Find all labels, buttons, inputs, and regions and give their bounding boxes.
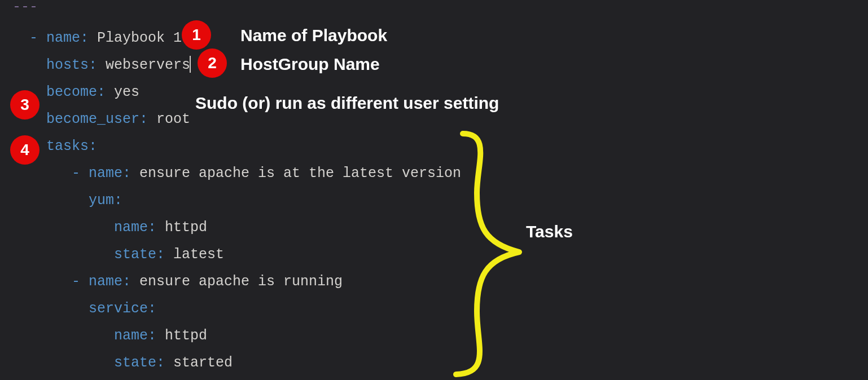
yaml-key-yum: yum: — [89, 193, 122, 207]
yaml-key-hosts: hosts: — [46, 58, 97, 72]
yaml-key-become: become: — [46, 85, 106, 99]
yaml-val-task2-svc: httpd — [156, 329, 207, 343]
diagram-stage: --- - name: Playbook 1 hosts: webservers… — [0, 0, 868, 380]
yaml-dash: - — [72, 275, 80, 289]
annotation-badge-1: 1 — [182, 20, 211, 50]
text-cursor — [190, 56, 191, 73]
yaml-val-playbook-name: Playbook 1 — [89, 31, 182, 45]
yaml-key-tasks: tasks: — [46, 139, 97, 153]
annotation-label-3: Sudo (or) run as different user setting — [195, 95, 499, 112]
yaml-key-state: state: — [114, 356, 165, 370]
yaml-key-service: service: — [89, 302, 156, 316]
yaml-val-hosts: webservers — [97, 58, 190, 72]
yaml-val-become: yes — [106, 85, 139, 99]
yaml-val-task2-name: ensure apache is running — [131, 275, 343, 289]
annotation-badge-3: 3 — [10, 90, 40, 120]
yaml-key-name: name: — [114, 329, 156, 343]
annotation-label-1: Name of Playbook — [240, 27, 387, 44]
yaml-val-task1-pkg: httpd — [156, 220, 207, 235]
yaml-key-state: state: — [114, 248, 165, 262]
annotation-label-4: Tasks — [526, 223, 573, 240]
yaml-doc-start: --- — [12, 0, 38, 14]
annotation-badge-2: 2 — [198, 48, 227, 78]
yaml-key-name: name: — [46, 31, 89, 45]
yaml-key-name: name: — [89, 275, 131, 289]
yaml-dash: - — [72, 166, 80, 180]
yaml-val-task1-name: ensure apache is at the latest version — [131, 166, 461, 180]
annotation-label-2: HostGroup Name — [240, 56, 380, 73]
yaml-val-become-user: root — [148, 112, 190, 126]
yaml-key-name: name: — [114, 220, 156, 235]
yaml-key-name: name: — [89, 166, 131, 180]
yaml-dash: - — [29, 31, 38, 45]
yaml-val-task2-state: started — [165, 356, 233, 370]
brace-icon — [446, 131, 531, 379]
annotation-badge-4: 4 — [10, 135, 40, 165]
yaml-key-become-user: become_user: — [46, 112, 148, 126]
yaml-val-task1-state: latest — [165, 248, 224, 262]
